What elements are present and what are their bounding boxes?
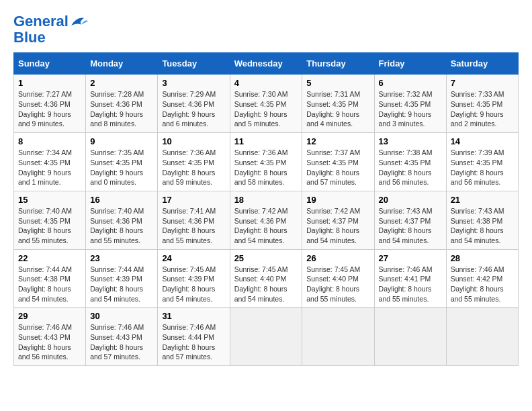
- calendar-day-cell: 4 Sunrise: 7:30 AM Sunset: 4:35 PM Dayli…: [230, 75, 302, 133]
- day-number: 3: [162, 78, 225, 88]
- day-info: Sunrise: 7:46 AM Sunset: 4:42 PM Dayligh…: [451, 265, 514, 304]
- day-number: 2: [90, 78, 153, 88]
- calendar-day-cell: 13 Sunrise: 7:38 AM Sunset: 4:35 PM Dayl…: [374, 133, 446, 191]
- day-number: 9: [90, 136, 153, 146]
- calendar-day-cell: [374, 308, 446, 366]
- calendar-day-cell: 30 Sunrise: 7:46 AM Sunset: 4:43 PM Dayl…: [86, 308, 158, 366]
- calendar-day-cell: [302, 308, 374, 366]
- day-info: Sunrise: 7:29 AM Sunset: 4:36 PM Dayligh…: [162, 89, 225, 129]
- calendar-day-cell: 21 Sunrise: 7:43 AM Sunset: 4:38 PM Dayl…: [446, 191, 518, 249]
- weekday-header: Sunday: [14, 53, 86, 75]
- day-info: Sunrise: 7:42 AM Sunset: 4:37 PM Dayligh…: [306, 206, 369, 246]
- calendar-day-cell: 3 Sunrise: 7:29 AM Sunset: 4:36 PM Dayli…: [158, 75, 230, 133]
- calendar-day-cell: 29 Sunrise: 7:46 AM Sunset: 4:43 PM Dayl…: [14, 308, 86, 366]
- calendar-day-cell: 6 Sunrise: 7:32 AM Sunset: 4:35 PM Dayli…: [374, 75, 446, 133]
- day-number: 4: [234, 78, 298, 88]
- calendar-week-row: 15 Sunrise: 7:40 AM Sunset: 4:35 PM Dayl…: [14, 191, 519, 249]
- day-info: Sunrise: 7:35 AM Sunset: 4:35 PM Dayligh…: [90, 148, 153, 187]
- weekday-header: Thursday: [302, 53, 374, 75]
- calendar-day-cell: 11 Sunrise: 7:36 AM Sunset: 4:35 PM Dayl…: [230, 133, 302, 191]
- day-info: Sunrise: 7:41 AM Sunset: 4:36 PM Dayligh…: [162, 206, 225, 246]
- day-number: 6: [379, 78, 442, 88]
- calendar-day-cell: 24 Sunrise: 7:45 AM Sunset: 4:39 PM Dayl…: [158, 249, 230, 308]
- day-info: Sunrise: 7:36 AM Sunset: 4:35 PM Dayligh…: [234, 148, 298, 187]
- day-info: Sunrise: 7:39 AM Sunset: 4:35 PM Dayligh…: [451, 148, 514, 187]
- day-info: Sunrise: 7:45 AM Sunset: 4:40 PM Dayligh…: [234, 265, 298, 304]
- day-info: Sunrise: 7:37 AM Sunset: 4:35 PM Dayligh…: [306, 148, 369, 187]
- day-number: 19: [306, 195, 369, 205]
- day-number: 28: [451, 253, 514, 263]
- day-info: Sunrise: 7:27 AM Sunset: 4:36 PM Dayligh…: [18, 89, 81, 129]
- day-info: Sunrise: 7:43 AM Sunset: 4:37 PM Dayligh…: [379, 206, 442, 246]
- day-info: Sunrise: 7:46 AM Sunset: 4:43 PM Dayligh…: [90, 322, 153, 362]
- calendar-day-cell: 7 Sunrise: 7:33 AM Sunset: 4:35 PM Dayli…: [446, 75, 518, 133]
- day-info: Sunrise: 7:42 AM Sunset: 4:36 PM Dayligh…: [234, 206, 298, 246]
- day-number: 25: [234, 253, 298, 263]
- calendar-day-cell: 16 Sunrise: 7:40 AM Sunset: 4:36 PM Dayl…: [86, 191, 158, 249]
- calendar-day-cell: [230, 308, 302, 366]
- day-number: 21: [451, 195, 514, 205]
- weekday-header: Monday: [86, 53, 158, 75]
- calendar-day-cell: 17 Sunrise: 7:41 AM Sunset: 4:36 PM Dayl…: [158, 191, 230, 249]
- day-info: Sunrise: 7:46 AM Sunset: 4:44 PM Dayligh…: [162, 322, 225, 362]
- day-info: Sunrise: 7:40 AM Sunset: 4:35 PM Dayligh…: [18, 206, 81, 246]
- day-number: 29: [18, 311, 81, 321]
- day-info: Sunrise: 7:30 AM Sunset: 4:35 PM Dayligh…: [234, 89, 298, 129]
- calendar-day-cell: 8 Sunrise: 7:34 AM Sunset: 4:35 PM Dayli…: [14, 133, 86, 191]
- day-info: Sunrise: 7:32 AM Sunset: 4:35 PM Dayligh…: [379, 89, 442, 129]
- day-number: 23: [90, 253, 153, 263]
- page-header: GeneralBlue: [13, 13, 519, 46]
- calendar-day-cell: 26 Sunrise: 7:45 AM Sunset: 4:40 PM Dayl…: [302, 249, 374, 308]
- day-number: 10: [162, 136, 225, 146]
- calendar-week-row: 22 Sunrise: 7:44 AM Sunset: 4:38 PM Dayl…: [14, 249, 519, 308]
- day-number: 12: [306, 136, 369, 146]
- calendar-day-cell: 15 Sunrise: 7:40 AM Sunset: 4:35 PM Dayl…: [14, 191, 86, 249]
- calendar-day-cell: 5 Sunrise: 7:31 AM Sunset: 4:35 PM Dayli…: [302, 75, 374, 133]
- calendar-day-cell: 14 Sunrise: 7:39 AM Sunset: 4:35 PM Dayl…: [446, 133, 518, 191]
- day-number: 15: [18, 195, 81, 205]
- day-info: Sunrise: 7:45 AM Sunset: 4:40 PM Dayligh…: [306, 265, 369, 304]
- day-number: 16: [90, 195, 153, 205]
- day-number: 30: [90, 311, 153, 321]
- calendar-day-cell: [446, 308, 518, 366]
- day-number: 13: [379, 136, 442, 146]
- weekday-header: Tuesday: [158, 53, 230, 75]
- day-info: Sunrise: 7:46 AM Sunset: 4:43 PM Dayligh…: [18, 322, 81, 362]
- day-info: Sunrise: 7:40 AM Sunset: 4:36 PM Dayligh…: [90, 206, 153, 246]
- day-number: 22: [18, 253, 81, 263]
- day-number: 18: [234, 195, 298, 205]
- day-number: 20: [379, 195, 442, 205]
- calendar-day-cell: 18 Sunrise: 7:42 AM Sunset: 4:36 PM Dayl…: [230, 191, 302, 249]
- calendar-day-cell: 12 Sunrise: 7:37 AM Sunset: 4:35 PM Dayl…: [302, 133, 374, 191]
- calendar-day-cell: 1 Sunrise: 7:27 AM Sunset: 4:36 PM Dayli…: [14, 75, 86, 133]
- calendar-day-cell: 28 Sunrise: 7:46 AM Sunset: 4:42 PM Dayl…: [446, 249, 518, 308]
- day-info: Sunrise: 7:43 AM Sunset: 4:38 PM Dayligh…: [451, 206, 514, 246]
- calendar-week-row: 29 Sunrise: 7:46 AM Sunset: 4:43 PM Dayl…: [14, 308, 519, 366]
- weekday-header-row: SundayMondayTuesdayWednesdayThursdayFrid…: [14, 53, 519, 75]
- day-number: 26: [306, 253, 369, 263]
- day-number: 7: [451, 78, 514, 88]
- day-number: 24: [162, 253, 225, 263]
- logo: GeneralBlue: [13, 13, 89, 46]
- day-info: Sunrise: 7:46 AM Sunset: 4:41 PM Dayligh…: [379, 265, 442, 304]
- calendar-day-cell: 27 Sunrise: 7:46 AM Sunset: 4:41 PM Dayl…: [374, 249, 446, 308]
- calendar-week-row: 8 Sunrise: 7:34 AM Sunset: 4:35 PM Dayli…: [14, 133, 519, 191]
- calendar-day-cell: 31 Sunrise: 7:46 AM Sunset: 4:44 PM Dayl…: [158, 308, 230, 366]
- calendar-table: SundayMondayTuesdayWednesdayThursdayFrid…: [13, 52, 519, 366]
- calendar-day-cell: 2 Sunrise: 7:28 AM Sunset: 4:36 PM Dayli…: [86, 75, 158, 133]
- day-number: 14: [451, 136, 514, 146]
- calendar-day-cell: 23 Sunrise: 7:44 AM Sunset: 4:39 PM Dayl…: [86, 249, 158, 308]
- weekday-header: Wednesday: [230, 53, 302, 75]
- day-number: 1: [18, 78, 81, 88]
- day-number: 8: [18, 136, 81, 146]
- day-number: 17: [162, 195, 225, 205]
- day-info: Sunrise: 7:28 AM Sunset: 4:36 PM Dayligh…: [90, 89, 153, 129]
- calendar-day-cell: 25 Sunrise: 7:45 AM Sunset: 4:40 PM Dayl…: [230, 249, 302, 308]
- day-info: Sunrise: 7:44 AM Sunset: 4:39 PM Dayligh…: [90, 265, 153, 304]
- day-info: Sunrise: 7:33 AM Sunset: 4:35 PM Dayligh…: [451, 89, 514, 129]
- logo-text: GeneralBlue: [13, 13, 89, 46]
- calendar-day-cell: 20 Sunrise: 7:43 AM Sunset: 4:37 PM Dayl…: [374, 191, 446, 249]
- day-info: Sunrise: 7:36 AM Sunset: 4:35 PM Dayligh…: [162, 148, 225, 187]
- weekday-header: Friday: [374, 53, 446, 75]
- day-info: Sunrise: 7:38 AM Sunset: 4:35 PM Dayligh…: [379, 148, 442, 187]
